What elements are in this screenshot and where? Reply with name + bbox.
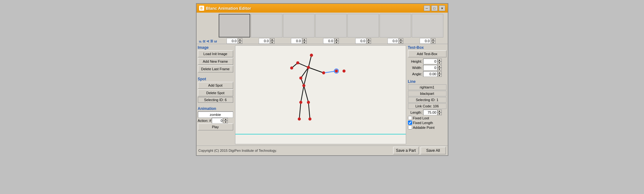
line-name2-display: blackpart [408, 91, 446, 96]
width-spin-row: ▲ ▼ [423, 65, 442, 71]
frame-value-5[interactable] [387, 38, 399, 44]
frame-value-3[interactable] [323, 38, 334, 44]
frame-value-4[interactable] [355, 38, 366, 44]
length-input[interactable] [423, 110, 437, 115]
right-panel: Test-Box Add Test-Box Height: ▲ ▼ [407, 44, 448, 146]
height-spin-up[interactable]: ▲ [437, 59, 442, 61]
frame-thumb-2[interactable] [283, 14, 315, 37]
frames-numbers: ▲ ▼ ▲ ▼ ▲ [219, 38, 446, 44]
angle-spin-down[interactable]: ▼ [437, 74, 442, 77]
add-spot-button[interactable]: Add Spot [198, 82, 233, 89]
animation-section-label: Animation [198, 106, 233, 111]
svg-point-16 [290, 66, 293, 70]
timeline-marker [235, 134, 406, 134]
height-spinners: ▲ ▼ [437, 59, 442, 64]
length-spin-down[interactable]: ▼ [437, 112, 442, 115]
delete-spot-button[interactable]: Delete Spot [198, 89, 233, 96]
frame-value-0[interactable] [227, 38, 238, 44]
frame-spin-up-0[interactable]: ▲ [238, 38, 242, 41]
frame-value-1[interactable] [259, 38, 270, 44]
maximize-button[interactable]: □ [431, 5, 438, 11]
save-all-button[interactable]: Save All [421, 147, 446, 154]
frame-thumb-4[interactable] [347, 14, 379, 37]
frame-thumb-5[interactable] [380, 14, 411, 37]
testbox-section-label: Test-Box [408, 45, 446, 50]
svg-line-9 [301, 86, 304, 102]
main-window: B Blanc Animation Editor ─ □ ✕ FRAME [196, 3, 448, 156]
canvas-area[interactable] [235, 45, 406, 144]
window-content: FRAME ▲ ▼ [197, 13, 448, 155]
frame-spin-up-3[interactable]: ▲ [334, 38, 339, 41]
action-spinners: ▲ ▼ [223, 118, 228, 123]
svg-point-17 [322, 71, 325, 75]
width-row: Width: ▲ ▼ [408, 65, 446, 71]
svg-point-23 [299, 101, 302, 104]
frame-thumb-3[interactable] [315, 14, 347, 37]
delete-last-frame-button[interactable]: Delete Last Frame [198, 66, 233, 72]
fixed-loot-label: Fixed Loot [413, 116, 429, 120]
frame-spin-down-3[interactable]: ▼ [334, 41, 339, 44]
frame-thumb-0[interactable] [219, 14, 250, 37]
frame-spin-down-4[interactable]: ▼ [367, 41, 371, 44]
svg-point-21 [335, 70, 338, 73]
addable-point-row: Addable Point [408, 125, 446, 129]
width-spin-up[interactable]: ▲ [437, 65, 442, 68]
play-button[interactable]: Play [198, 123, 233, 130]
frame-thumb-1[interactable] [251, 14, 282, 37]
line-section-label: Line [408, 79, 446, 84]
svg-line-7 [298, 63, 308, 67]
frame-number-5: ▲ ▼ [380, 38, 411, 44]
angle-row: Angle: ▲ ▼ [408, 71, 446, 77]
add-testbox-button[interactable]: Add Test-Box [408, 50, 446, 57]
svg-point-25 [298, 117, 301, 121]
width-spin-down[interactable]: ▼ [437, 68, 442, 71]
length-spin-up[interactable]: ▲ [437, 110, 442, 112]
length-spin-row: ▲ ▼ [423, 110, 442, 115]
frame-spinners-0: ▲ ▼ [238, 38, 242, 44]
action-value-input[interactable] [212, 118, 223, 123]
height-spin-down[interactable]: ▼ [437, 61, 442, 64]
frame-spin-up-4[interactable]: ▲ [367, 38, 371, 41]
frame-value-6[interactable] [420, 38, 431, 44]
frame-spin-down-0[interactable]: ▼ [238, 41, 242, 44]
frame-spin-up-5[interactable]: ▲ [399, 38, 403, 41]
action-spin-down[interactable]: ▼ [223, 121, 228, 123]
frame-spinners-3: ▲ ▼ [334, 38, 339, 44]
frame-thumb-6[interactable] [412, 14, 443, 37]
frame-spin-up-6[interactable]: ▲ [431, 38, 435, 41]
fixed-loot-checkbox[interactable] [408, 116, 412, 120]
frame-spin-down-1[interactable]: ▼ [270, 41, 275, 44]
frame-spinners-6: ▲ ▼ [431, 38, 435, 44]
action-spin-up[interactable]: ▲ [223, 118, 228, 121]
titlebar: B Blanc Animation Editor ─ □ ✕ [197, 4, 448, 13]
frame-spin-down-5[interactable]: ▼ [399, 41, 403, 44]
addable-point-checkbox[interactable] [408, 125, 412, 129]
frame-spin-down-6[interactable]: ▼ [431, 41, 435, 44]
close-button[interactable]: ✕ [439, 5, 445, 11]
app-icon: B [199, 6, 204, 11]
minimize-button[interactable]: ─ [424, 5, 430, 11]
add-new-frame-button[interactable]: Add New Frame [198, 58, 233, 65]
frame-spin-up-2[interactable]: ▲ [302, 38, 307, 41]
width-input[interactable] [423, 65, 437, 71]
frame-spin-down-2[interactable]: ▼ [302, 41, 307, 44]
frame-strip: FRAME ▲ ▼ [197, 13, 448, 44]
line-section: Line rightarm1 blackpart Selecting ID: 1… [408, 79, 446, 129]
svg-point-19 [302, 84, 305, 87]
action-row: Action: # ▲ ▼ [198, 118, 233, 123]
action-label: Action: # [198, 119, 211, 123]
load-init-image-button[interactable]: Load Init Image [198, 50, 233, 57]
angle-spin-up[interactable]: ▲ [437, 71, 442, 74]
animation-name-input[interactable] [198, 111, 233, 118]
height-label: Height: [408, 60, 422, 63]
fixed-loot-row: Fixed Loot [408, 116, 446, 120]
height-input[interactable] [423, 59, 437, 64]
svg-point-22 [342, 70, 346, 73]
save-part-button[interactable]: Save a Part [393, 147, 419, 154]
fixed-length-checkbox[interactable] [408, 121, 412, 125]
frame-value-2[interactable] [291, 38, 302, 44]
svg-point-14 [296, 61, 299, 65]
frame-spin-up-1[interactable]: ▲ [270, 38, 275, 41]
angle-input[interactable] [423, 71, 437, 77]
frame-spinners-1: ▲ ▼ [270, 38, 275, 44]
